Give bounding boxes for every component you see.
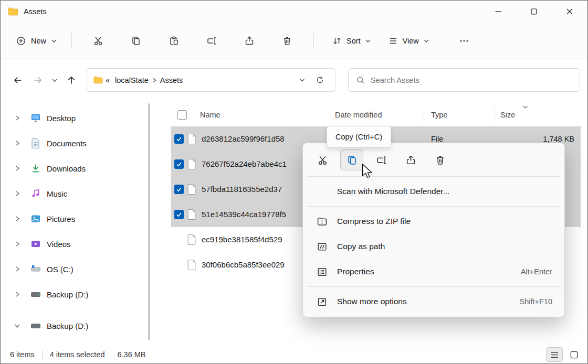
selection-count: 4 items selected — [50, 350, 105, 359]
file-icon — [187, 209, 196, 220]
column-divider[interactable] — [495, 108, 495, 122]
menu-item-properties[interactable]: Properties Alt+Enter — [306, 259, 562, 284]
chevron-right-icon[interactable] — [12, 216, 23, 222]
sidebar-item-pictures[interactable]: Pictures — [1, 208, 146, 229]
column-divider[interactable] — [424, 108, 424, 122]
menu-separator — [307, 176, 561, 177]
address-dropdown-button[interactable] — [293, 71, 311, 89]
share-menu-button[interactable] — [399, 149, 422, 170]
sidebar-item-music[interactable]: Music — [1, 183, 146, 204]
sidebar-item-desktop[interactable]: Desktop — [1, 108, 146, 129]
close-button[interactable] — [552, 1, 587, 23]
row-checkbox-checked[interactable] — [174, 185, 184, 194]
chevron-right-icon[interactable] — [12, 291, 23, 297]
sidebar-scrollbar[interactable] — [148, 103, 150, 340]
menu-item-scan-defender[interactable]: Scan with Microsoft Defender... — [306, 179, 562, 204]
minimize-button[interactable] — [480, 1, 516, 23]
search-icon — [356, 76, 365, 84]
address-bar[interactable]: « localState Assets — [87, 68, 335, 92]
status-bar: 6 items 4 items selected 6.36 MB — [1, 346, 587, 363]
forward-button[interactable] — [28, 70, 48, 90]
search-box[interactable] — [348, 68, 580, 92]
view-toggles — [546, 347, 582, 362]
new-button-label: New — [31, 37, 46, 45]
downloads-icon — [30, 163, 41, 174]
chevron-right-icon[interactable] — [12, 115, 23, 121]
sort-button[interactable]: Sort — [326, 31, 377, 51]
row-checkbox-checked[interactable] — [174, 159, 184, 169]
sidebar-item-os-c[interactable]: OS (C:) — [1, 259, 146, 280]
copy-menu-button[interactable] — [340, 149, 363, 170]
share-button[interactable] — [239, 31, 260, 51]
cut-menu-button[interactable] — [311, 149, 334, 170]
row-checkbox-checked[interactable] — [174, 210, 184, 219]
chevron-right-icon[interactable] — [12, 266, 23, 272]
sidebar-item-documents[interactable]: Documents — [1, 133, 146, 154]
file-icon — [187, 184, 196, 195]
chevron-down-icon[interactable] — [12, 323, 23, 329]
sort-button-label: Sort — [346, 37, 361, 45]
sidebar-item-label: Backup (D:) — [47, 322, 88, 330]
breadcrumb-overflow[interactable]: « — [106, 76, 110, 84]
toolbar-separator — [313, 33, 314, 49]
sidebar-item-label: Pictures — [47, 215, 75, 223]
chevron-right-icon[interactable] — [12, 165, 23, 172]
refresh-button[interactable] — [311, 71, 329, 89]
file-icon — [187, 158, 196, 169]
sidebar-item-label: Desktop — [47, 114, 76, 123]
column-header-type[interactable]: Type — [431, 103, 447, 126]
back-button[interactable] — [8, 70, 28, 90]
recent-locations-button[interactable] — [48, 70, 61, 90]
delete-menu-button[interactable] — [428, 149, 452, 170]
rename-button[interactable] — [201, 31, 222, 51]
file-name: 30f06b6cb5a85f3ee029 — [202, 252, 285, 277]
column-divider[interactable] — [331, 108, 331, 122]
up-button[interactable] — [61, 70, 81, 90]
menu-item-show-more-options[interactable]: Show more options Shift+F10 — [306, 289, 562, 314]
chevron-down-icon — [51, 38, 57, 44]
sidebar-item-label: Documents — [47, 139, 87, 148]
maximize-button[interactable] — [516, 1, 552, 23]
navigation-bar: « localState Assets — [1, 60, 587, 100]
row-checkbox-checked[interactable] — [174, 134, 184, 144]
menu-item-compress-zip[interactable]: Compress to ZIP file — [306, 209, 562, 234]
sidebar-item-backup-d[interactable]: Backup (D:) — [1, 284, 146, 305]
breadcrumb-item-assets[interactable]: Assets — [160, 76, 183, 84]
chevron-right-icon[interactable] — [12, 241, 23, 247]
rename-menu-button[interactable] — [370, 149, 393, 170]
context-menu: Scan with Microsoft Defender... Compress… — [302, 143, 565, 317]
paste-button[interactable] — [163, 31, 184, 51]
titlebar: Assets — [1, 1, 587, 23]
cut-button[interactable] — [88, 31, 109, 51]
window-title: Assets — [24, 7, 47, 16]
selection-size: 6.36 MB — [118, 350, 146, 359]
more-options-button[interactable] — [454, 31, 475, 51]
pictures-icon — [30, 213, 41, 224]
file-icon — [187, 133, 196, 144]
column-header-date-modified[interactable]: Date modified — [335, 103, 382, 126]
file-icon — [187, 234, 196, 245]
delete-button[interactable] — [277, 31, 298, 51]
menu-item-label: Properties — [337, 267, 374, 276]
sidebar-item-downloads[interactable]: Downloads — [1, 158, 146, 179]
copy-button[interactable] — [125, 31, 146, 51]
file-name: 57fbda11816355e2d37 — [202, 177, 282, 202]
sidebar-item-videos[interactable]: Videos — [1, 233, 146, 254]
menu-item-copy-as-path[interactable]: Copy as path — [306, 234, 562, 259]
drive-icon — [30, 264, 41, 274]
column-header-size[interactable]: Size — [500, 103, 515, 126]
breadcrumb-item-localstate[interactable]: localState — [115, 76, 149, 84]
drive-icon — [30, 320, 41, 331]
search-input[interactable] — [371, 76, 572, 84]
plus-circle-icon — [16, 36, 26, 46]
select-all-checkbox[interactable] — [177, 110, 187, 120]
sidebar-item-backup-d-expanded[interactable]: Backup (D:) — [1, 315, 146, 336]
chevron-right-icon[interactable] — [12, 190, 23, 197]
file-name: 76267f52a24eb7abe4c1 — [202, 152, 287, 177]
new-button[interactable]: New — [9, 31, 64, 51]
view-button[interactable]: View — [382, 31, 436, 51]
chevron-right-icon[interactable] — [12, 140, 23, 146]
column-header-name[interactable]: Name — [200, 103, 220, 126]
details-view-button[interactable] — [546, 347, 563, 362]
large-icons-view-button[interactable] — [565, 347, 582, 362]
